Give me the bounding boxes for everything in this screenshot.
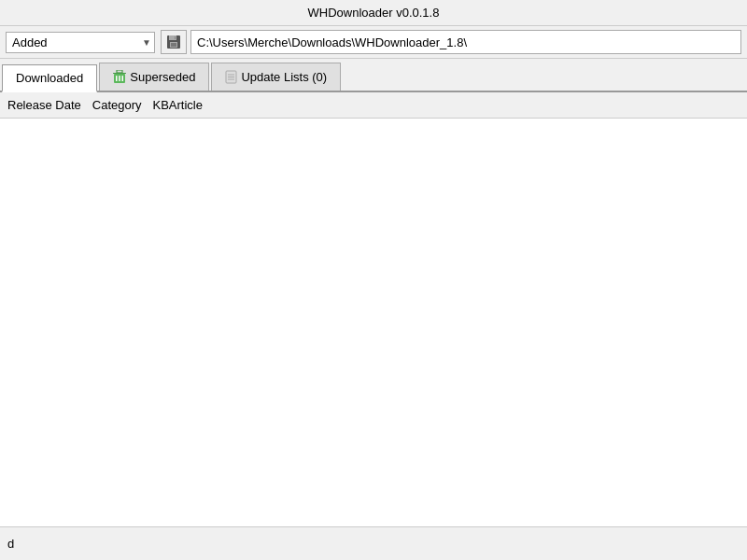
tabs-bar: Downloaded Superseded Update Lists (0): [0, 59, 747, 92]
app-title: WHDownloader v0.0.1.8: [308, 6, 440, 20]
tab-superseded[interactable]: Superseded: [99, 63, 209, 91]
tab-downloaded[interactable]: Downloaded: [2, 64, 97, 92]
tab-superseded-label: Superseded: [130, 70, 195, 84]
svg-rect-4: [175, 36, 176, 39]
svg-rect-9: [120, 76, 121, 81]
tab-update-lists[interactable]: Update Lists (0): [211, 63, 341, 91]
svg-rect-3: [171, 43, 176, 47]
document-icon: [225, 70, 237, 84]
floppy-disk-icon: [166, 35, 181, 49]
svg-rect-8: [116, 76, 118, 81]
tab-downloaded-label: Downloaded: [16, 71, 83, 85]
table-header: Release Date Category KBArticle: [0, 92, 747, 119]
trash-icon: [113, 70, 126, 85]
title-bar: WHDownloader v0.0.1.8: [0, 0, 747, 26]
svg-rect-6: [117, 70, 122, 73]
save-button[interactable]: [161, 30, 187, 54]
col-header-kbarticle[interactable]: KBArticle: [151, 96, 212, 114]
status-bar: d: [0, 526, 747, 560]
col-header-category[interactable]: Category: [91, 96, 151, 114]
content-area: [0, 119, 747, 546]
svg-rect-10: [122, 76, 124, 81]
status-text: d: [7, 537, 14, 551]
path-input[interactable]: [190, 30, 741, 54]
tab-update-lists-label: Update Lists (0): [241, 70, 327, 84]
sort-dropdown-wrapper: Added Title Category Release Date ▼: [6, 32, 155, 53]
sort-dropdown[interactable]: Added Title Category Release Date: [6, 32, 155, 53]
col-header-release-date[interactable]: Release Date: [6, 96, 91, 114]
toolbar: Added Title Category Release Date ▼: [0, 26, 747, 59]
